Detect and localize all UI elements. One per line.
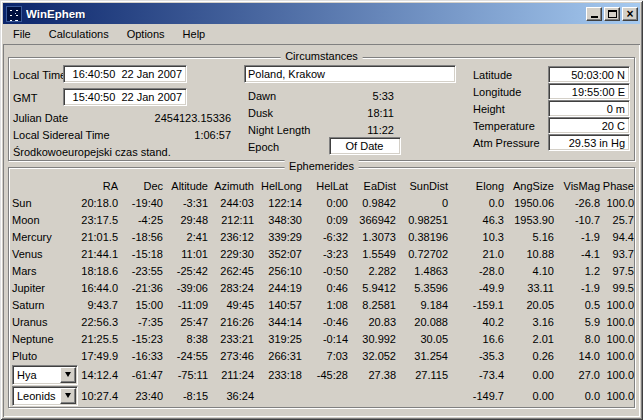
temperature-label: Temperature — [473, 120, 535, 132]
close-button[interactable]: × — [622, 7, 638, 21]
ephemerides-value: 20:18.0 — [76, 194, 120, 211]
col-dec: Dec — [120, 178, 165, 194]
temperature-input[interactable]: 20 C — [548, 117, 630, 134]
ephemerides-value: -4:25 — [120, 211, 165, 228]
ephemerides-value: 8:38 — [165, 330, 210, 347]
maximize-icon — [608, 10, 617, 18]
ephemerides-value: 273:46 — [210, 347, 256, 364]
dawn-label: Dawn — [248, 90, 276, 102]
ephemerides-value: 0.26 — [506, 347, 556, 364]
menu-calculations[interactable]: Calculations — [40, 26, 118, 43]
ephemerides-value: -10.7 — [556, 211, 602, 228]
maximize-button[interactable] — [604, 7, 620, 21]
ephemerides-value — [256, 385, 304, 406]
ephemerides-value: 5.9412 — [350, 279, 398, 296]
ephemerides-value: 22:56.3 — [76, 313, 120, 330]
object-selector-leonids[interactable]: Leonids — [12, 386, 78, 406]
height-input[interactable]: 0 m — [548, 100, 630, 117]
location-input[interactable]: Poland, Krakow — [244, 65, 456, 83]
ephemerides-value: 29:48 — [165, 211, 210, 228]
ephemerides-value: -19:40 — [120, 194, 165, 211]
local-time-input[interactable]: 16:40:50 22 Jan 2007 — [63, 65, 187, 83]
night-length-value: 11:22 — [309, 124, 394, 136]
ephemerides-value: 5.9 — [556, 313, 602, 330]
ephemerides-value: -0:50 — [304, 262, 350, 279]
ephemerides-value: -21:36 — [120, 279, 165, 296]
col-hellat: HelLat — [304, 178, 350, 194]
ephemerides-row: Venus21:44.1-15:1811:01229:30352:07-3:23… — [10, 245, 636, 262]
ephemerides-value: 140:57 — [256, 296, 304, 313]
ephemerides-value — [350, 385, 398, 406]
ephemerides-value: 21:01.5 — [76, 228, 120, 245]
object-name: Neptune — [10, 330, 76, 347]
ephemerides-value: 1.3073 — [350, 228, 398, 245]
sidereal-time-value: 1:06:57 — [63, 129, 231, 141]
ephemerides-value: 8.2581 — [350, 296, 398, 313]
ephemerides-value — [304, 385, 350, 406]
atm-pressure-input[interactable]: 29.53 in Hg — [548, 134, 630, 151]
object-selector-hya[interactable]: Hya — [12, 365, 78, 385]
ephemerides-combo-row: Hya14:12.4-61:47-75:11211:24233:18-45:28… — [10, 364, 636, 385]
ephemerides-value: -45:28 — [304, 364, 350, 385]
object-name: Pluto — [10, 347, 76, 364]
ephemerides-value: 1950.06 — [506, 194, 556, 211]
ephemerides-value: 10.88 — [506, 245, 556, 262]
longitude-input[interactable]: 19:55:00 E — [548, 83, 630, 100]
ephemerides-value: -0:14 — [304, 330, 350, 347]
ephemerides-value: 27.115 — [398, 364, 450, 385]
menubar: File Calculations Options Help — [3, 24, 640, 44]
client-area: Circumstances Local Time 16:40:50 22 Jan… — [3, 44, 640, 417]
menu-options[interactable]: Options — [118, 26, 174, 43]
ephemerides-value: -15:18 — [120, 245, 165, 262]
ephemerides-value: 2.282 — [350, 262, 398, 279]
gmt-input[interactable]: 15:40:50 22 Jan 2007 — [63, 88, 187, 106]
ephemerides-value: 233:18 — [256, 364, 304, 385]
ephemerides-value: 344:14 — [256, 313, 304, 330]
titlebar[interactable]: WinEphem × — [3, 3, 640, 24]
minimize-icon — [591, 16, 598, 18]
menu-file[interactable]: File — [4, 26, 40, 43]
ephemerides-value: 25.7 — [602, 211, 636, 228]
ephemerides-value: -0:46 — [304, 313, 350, 330]
ephemerides-value: 100.0 — [602, 194, 636, 211]
minimize-button[interactable] — [586, 7, 602, 21]
ephemerides-value: 15:00 — [120, 296, 165, 313]
ephemerides-value: 233:21 — [210, 330, 256, 347]
ephemerides-table: RA Dec Altitude Azimuth HelLong HelLat E… — [10, 178, 636, 406]
ephemerides-value: -159.1 — [450, 296, 506, 313]
ephemerides-value: -61:47 — [120, 364, 165, 385]
ephemerides-value: -3:23 — [304, 245, 350, 262]
col-phase: Phase — [602, 178, 636, 194]
ephemerides-value: -18:56 — [120, 228, 165, 245]
ephemerides-value: 46.3 — [450, 211, 506, 228]
ephemerides-value: 36:24 — [210, 385, 256, 406]
ephemerides-value: 21.0 — [450, 245, 506, 262]
ephemerides-legend: Ephemerides — [284, 160, 359, 172]
ephemerides-row: Mercury21:01.5-18:562:41236:12339:29-6:3… — [10, 228, 636, 245]
ephemerides-value: 2.01 — [506, 330, 556, 347]
ephemerides-value: 352:07 — [256, 245, 304, 262]
ephemerides-value: 0.0 — [450, 194, 506, 211]
ephemerides-value: 20.05 — [506, 296, 556, 313]
ephemerides-value: 23:40 — [120, 385, 165, 406]
ephemerides-value: 32.052 — [350, 347, 398, 364]
chevron-down-icon[interactable] — [60, 367, 76, 383]
ephemerides-value: 366942 — [350, 211, 398, 228]
ephemerides-group: Ephemerides RA Dec Altitude Azimuth H — [8, 167, 635, 408]
ephemerides-value: -39:06 — [165, 279, 210, 296]
ephemerides-value: 1:08 — [304, 296, 350, 313]
ephemerides-value: 9.184 — [398, 296, 450, 313]
ephemerides-value: -75:11 — [165, 364, 210, 385]
menu-help[interactable]: Help — [174, 26, 215, 43]
ephemerides-value: 0 — [398, 194, 450, 211]
ephemerides-value: 0.00 — [506, 364, 556, 385]
ephemerides-value: 256:10 — [256, 262, 304, 279]
ephemerides-value: 0.0 — [556, 385, 602, 406]
atm-pressure-label: Atm Pressure — [473, 137, 540, 149]
epoch-input[interactable]: Of Date — [329, 137, 401, 155]
latitude-input[interactable]: 50:03:00 N — [548, 66, 630, 83]
ephemerides-value: 2:41 — [165, 228, 210, 245]
ephemerides-value: 0.9842 — [350, 194, 398, 211]
chevron-down-icon[interactable] — [60, 388, 76, 404]
ephemerides-value: 49:45 — [210, 296, 256, 313]
